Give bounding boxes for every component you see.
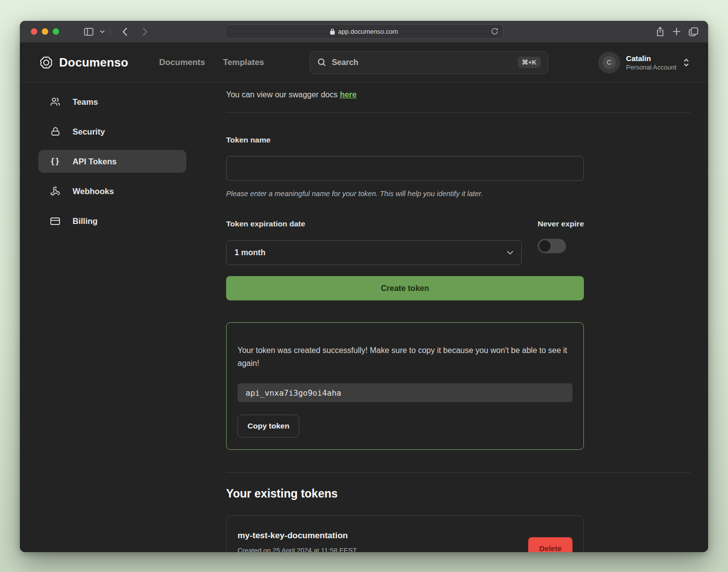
webhook-icon [50, 186, 61, 196]
account-type: Personal Account [626, 64, 676, 71]
credit-card-icon [50, 217, 61, 225]
sidebar-item-label: Teams [73, 97, 98, 107]
brand[interactable]: Documenso [39, 55, 128, 70]
existing-tokens-heading: Your existing tokens [226, 487, 691, 500]
copy-token-button[interactable]: Copy token [238, 415, 299, 437]
account-menu[interactable]: C Catalin Personal Account [598, 52, 689, 73]
top-nav: Documents Templates [159, 58, 264, 68]
chevron-down-icon[interactable] [98, 25, 107, 39]
token-created-message: Your token was created successfully! Mak… [238, 344, 570, 369]
sidebar-item-security[interactable]: Security [38, 120, 186, 143]
create-token-button[interactable]: Create token [226, 276, 584, 300]
token-name-label: Token name [226, 136, 584, 144]
forward-icon [137, 25, 152, 39]
chevron-down-icon [507, 251, 513, 255]
sidebar-item-teams[interactable]: Teams [38, 90, 186, 113]
avatar: C [598, 52, 620, 73]
brand-name: Documenso [59, 56, 128, 70]
lock-icon [50, 127, 61, 137]
sidebar-item-label: Webhooks [73, 187, 114, 196]
sidebar-item-label: API Tokens [73, 157, 117, 166]
swagger-docs-link[interactable]: here [340, 90, 357, 99]
documenso-logo-icon [39, 55, 54, 70]
search-input[interactable] [332, 58, 512, 67]
traffic-lights [31, 28, 59, 35]
divider [226, 112, 691, 113]
sidebar-item-api-tokens[interactable]: { } API Tokens [38, 150, 186, 173]
url-text: app.documenso.com [338, 28, 398, 35]
minimize-window-button[interactable] [42, 28, 48, 35]
delete-token-button[interactable]: Delete [528, 537, 572, 552]
nav-documents[interactable]: Documents [159, 58, 205, 68]
address-bar[interactable]: app.documenso.com [225, 24, 503, 39]
browser-window: app.documenso.com [20, 21, 708, 552]
token-name-input[interactable] [226, 156, 584, 181]
zoom-window-button[interactable] [53, 28, 59, 35]
chevron-up-down-icon [683, 58, 689, 67]
lock-icon [330, 28, 335, 35]
browser-titlebar: app.documenso.com [20, 21, 708, 43]
token-card-name: my-test-key-documentation [238, 531, 357, 541]
toggle-knob [539, 240, 551, 252]
expiration-label: Token expiration date [226, 219, 538, 228]
close-window-button[interactable] [31, 28, 37, 35]
sidebar-item-label: Security [73, 127, 105, 137]
account-name: Catalin [626, 54, 676, 64]
back-icon[interactable] [117, 25, 132, 39]
token-value-field[interactable]: api_vnxa7i3go9oi4aha [238, 383, 572, 402]
token-name-helper: Please enter a meaningful name for your … [226, 190, 584, 198]
never-expire-toggle[interactable] [538, 239, 566, 253]
sidebar-item-label: Billing [73, 216, 97, 226]
tabs-overview-icon[interactable] [689, 27, 698, 36]
nav-templates[interactable]: Templates [223, 58, 264, 68]
never-expire-label: Never expire [538, 219, 584, 228]
reload-icon[interactable] [491, 27, 498, 35]
app-header: Documenso Documents Templates ⌘+K C Cata… [20, 43, 708, 82]
settings-sidebar: Teams Security { } API Tokens [20, 82, 206, 552]
search-bar[interactable]: ⌘+K [310, 51, 548, 74]
search-icon [317, 58, 326, 67]
sidebar-item-billing[interactable]: Billing [38, 210, 186, 232]
expiration-selected-value: 1 month [235, 248, 265, 257]
new-tab-icon[interactable] [672, 27, 681, 36]
swagger-docs-text: You can view our swagger docs here [226, 90, 691, 99]
token-card: my-test-key-documentation Created on 25 … [226, 515, 584, 552]
share-icon[interactable] [656, 27, 664, 37]
api-tokens-page: You can view our swagger docs here Token… [206, 82, 708, 552]
token-card-created: Created on 25 April 2024 at 11:58 EEST [238, 547, 357, 552]
token-created-alert: Your token was created successfully! Mak… [226, 322, 584, 450]
sidebar-toggle-icon[interactable] [81, 25, 96, 39]
divider [226, 472, 691, 473]
search-shortcut-badge: ⌘+K [518, 57, 541, 68]
sidebar-item-webhooks[interactable]: Webhooks [38, 180, 186, 203]
expiration-select[interactable]: 1 month [226, 240, 522, 265]
braces-icon: { } [50, 157, 61, 166]
users-icon [50, 97, 61, 107]
